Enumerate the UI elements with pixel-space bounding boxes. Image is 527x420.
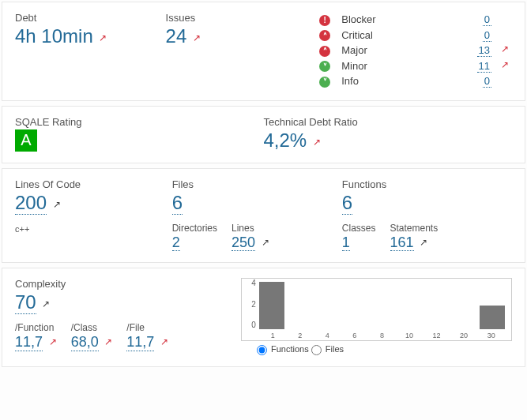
classes-label: Classes xyxy=(342,223,376,234)
directories-label: Directories xyxy=(172,223,217,234)
chart-radio-functions[interactable]: Functions xyxy=(257,344,311,354)
complexity-value[interactable]: 70 xyxy=(15,291,36,314)
severity-label: Info xyxy=(338,73,442,89)
chart-radio-group: Functions Files xyxy=(241,344,512,355)
lines-value[interactable]: 250 xyxy=(232,235,255,252)
severity-row-critical: ˄ Critical 0 xyxy=(316,28,512,43)
directories-metric: Directories 2 xyxy=(172,223,217,252)
complexity-metric: Complexity 70 ↗ /Function 11,7 ↗ /Class … xyxy=(15,278,241,355)
chart-xaxis: 1246810122030 xyxy=(259,332,505,339)
trend-up-icon: ↗ xyxy=(313,137,321,148)
debt-metric: Debt 4h 10min ↗ xyxy=(15,12,166,89)
classes-value[interactable]: 1 xyxy=(342,235,350,252)
severity-row-blocker: ! Blocker 0 xyxy=(316,12,512,28)
major-icon: ˄ xyxy=(319,46,330,57)
loc-label: Lines Of Code xyxy=(15,178,172,190)
severity-row-minor: ˅ Minor 11 ↗ xyxy=(316,58,512,74)
files-value[interactable]: 6 xyxy=(172,192,183,215)
debt-label: Debt xyxy=(15,12,166,24)
complexity-panel: Complexity 70 ↗ /Function 11,7 ↗ /Class … xyxy=(2,268,525,367)
severity-label: Minor xyxy=(338,58,442,74)
per-function-value[interactable]: 11,7 xyxy=(15,335,43,351)
files-col: Files 6 Directories 2 Lines 250 ↗ xyxy=(172,178,342,252)
ytick: 2 xyxy=(245,300,256,309)
chart-radio-files[interactable]: Files xyxy=(311,344,344,354)
issues-value[interactable]: 24 xyxy=(166,25,187,47)
chart-bar xyxy=(259,282,284,329)
chart-yaxis: 4 2 0 xyxy=(245,279,256,329)
severity-row-info: ˅ Info 0 xyxy=(316,73,512,89)
sqale-rating-badge[interactable]: A xyxy=(15,129,37,152)
debt-ratio-label: Technical Debt Ratio xyxy=(264,116,513,128)
trend-up-icon: ↗ xyxy=(501,43,509,54)
trend-up-icon: ↗ xyxy=(160,336,168,347)
complexity-label: Complexity xyxy=(15,278,241,290)
severity-count[interactable]: 11 xyxy=(477,60,491,73)
debt-ratio-value[interactable]: 4,2% xyxy=(264,129,307,152)
xtick: 10 xyxy=(396,332,423,339)
trend-up-icon: ↗ xyxy=(99,32,107,43)
issues-breakdown: ! Blocker 0 ˄ Critical 0 ˄ Major 13 ↗ xyxy=(316,12,512,89)
sqale-rating-metric: SQALE Rating A xyxy=(15,116,264,152)
severity-count[interactable]: 0 xyxy=(483,75,491,88)
per-class-metric: /Class 68,0 ↗ xyxy=(71,322,113,351)
per-function-metric: /Function 11,7 ↗ xyxy=(15,322,57,351)
chart-bar xyxy=(480,306,505,329)
trend-up-icon: ↗ xyxy=(501,59,509,70)
severity-label: Major xyxy=(338,43,442,58)
directories-value[interactable]: 2 xyxy=(172,235,180,252)
per-file-metric: /File 11,7 ↗ xyxy=(126,322,168,351)
lines-metric: Lines 250 ↗ xyxy=(232,223,269,252)
trend-up-icon: ↗ xyxy=(104,336,112,347)
minor-icon: ˅ xyxy=(319,61,330,72)
statements-metric: Statements 161 ↗ xyxy=(390,223,439,252)
xtick: 30 xyxy=(477,332,505,339)
loc-metric: Lines Of Code 200 ↗ c++ xyxy=(15,178,172,252)
xtick: 4 xyxy=(314,332,341,339)
issues-metric: Issues 24 ↗ xyxy=(166,12,317,89)
info-icon: ˅ xyxy=(319,77,330,88)
statements-label: Statements xyxy=(390,223,439,234)
files-label: Files xyxy=(172,178,342,190)
trend-up-icon: ↗ xyxy=(262,237,269,248)
chart-bars xyxy=(259,282,505,329)
xtick: 6 xyxy=(341,332,369,339)
severity-label: Blocker xyxy=(338,12,442,28)
severity-row-major: ˄ Major 13 ↗ xyxy=(316,43,512,58)
chart-radio-files-input[interactable] xyxy=(311,345,322,355)
per-file-label: /File xyxy=(126,322,168,333)
critical-icon: ˄ xyxy=(319,30,330,41)
trend-up-icon: ↗ xyxy=(193,32,201,43)
severity-count[interactable]: 13 xyxy=(477,44,491,57)
statements-value[interactable]: 161 xyxy=(390,235,414,252)
functions-label: Functions xyxy=(342,178,512,190)
xtick: 8 xyxy=(368,332,396,339)
debt-value[interactable]: 4h 10min xyxy=(15,25,93,47)
language-label: c++ xyxy=(15,224,172,234)
lines-label: Lines xyxy=(232,223,269,234)
per-file-value[interactable]: 11,7 xyxy=(126,335,154,351)
severity-label: Critical xyxy=(338,28,442,43)
debt-ratio-metric: Technical Debt Ratio 4,2% ↗ xyxy=(264,116,513,152)
classes-metric: Classes 1 xyxy=(342,223,376,252)
debt-issues-panel: Debt 4h 10min ↗ Issues 24 ↗ ! Blocker 0 … xyxy=(2,2,525,101)
xtick: 1 xyxy=(259,332,287,339)
complexity-chart: 4 2 0 1246810122030 Functions Files xyxy=(241,278,512,355)
per-class-value[interactable]: 68,0 xyxy=(71,335,99,351)
chart-radio-functions-input[interactable] xyxy=(257,345,267,355)
xtick: 20 xyxy=(450,332,478,339)
trend-up-icon: ↗ xyxy=(53,199,61,210)
per-class-label: /Class xyxy=(71,322,113,333)
xtick: 2 xyxy=(286,332,314,339)
complexity-chart-plot: 4 2 0 1246810122030 xyxy=(241,278,512,341)
severity-count[interactable]: 0 xyxy=(483,13,491,26)
sqale-rating-label: SQALE Rating xyxy=(15,116,264,128)
severity-count[interactable]: 0 xyxy=(483,29,491,42)
functions-value[interactable]: 6 xyxy=(342,192,352,215)
xtick: 12 xyxy=(423,332,450,339)
loc-value[interactable]: 200 xyxy=(15,192,47,215)
sqale-panel: SQALE Rating A Technical Debt Ratio 4,2%… xyxy=(2,106,525,163)
size-panel: Lines Of Code 200 ↗ c++ Files 6 Director… xyxy=(2,168,525,264)
ytick: 4 xyxy=(245,279,256,287)
functions-col: Functions 6 Classes 1 Statements 161 ↗ xyxy=(342,178,512,252)
